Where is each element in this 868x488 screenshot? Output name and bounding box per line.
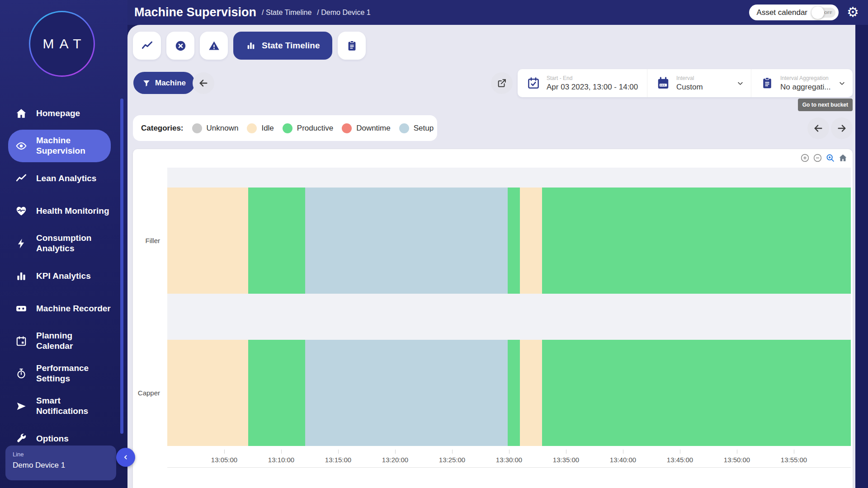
back-button[interactable] [193, 72, 214, 94]
sidebar-item-kpi-analytics[interactable]: KPI Analytics [8, 260, 111, 292]
tab-warning[interactable] [200, 32, 228, 60]
breadcrumb-state-timeline[interactable]: / State Timeline [262, 9, 311, 17]
open-external-button[interactable] [491, 72, 513, 94]
tab-state-timeline[interactable]: State Timeline [233, 32, 332, 60]
reset-home-icon[interactable] [838, 153, 848, 163]
area-zoom-icon[interactable] [826, 153, 835, 163]
bolt-icon [15, 238, 27, 249]
machine-filter-button[interactable]: Machine [133, 72, 195, 94]
segment-capper-productive[interactable] [248, 340, 305, 446]
segment-capper-productive[interactable] [508, 340, 519, 446]
sidebar-item-label: Homepage [36, 108, 80, 119]
next-bucket-button[interactable] [831, 117, 853, 139]
device-name: Demo Device 1 [13, 461, 109, 470]
segment-filler-productive[interactable] [248, 188, 305, 294]
sidebar-item-label: Smart Notifications [36, 396, 88, 417]
sidebar-item-homepage[interactable]: Homepage [8, 97, 111, 130]
legend-item-idle: Idle [247, 123, 274, 133]
gear-icon[interactable]: ⚙ [847, 4, 859, 21]
state-timeline-chart: Filler Capper 13:05:0013:10:0013:15:0013… [133, 149, 853, 488]
funnel-icon [142, 79, 151, 87]
view-tabs: State Timeline [133, 32, 366, 60]
arrow-left-icon [813, 123, 823, 133]
toggle-state-text: OFF [824, 10, 832, 15]
sidebar-item-label: Machine Recorder [36, 304, 111, 314]
selected-device-card[interactable]: Line Demo Device 1 [5, 446, 116, 480]
tab-trend[interactable] [133, 32, 161, 60]
zoom-in-icon[interactable] [800, 153, 810, 163]
start-end-value: Apr 03 2023, 13:00 - 14:00 [547, 83, 638, 92]
segment-capper-idle[interactable] [167, 340, 248, 446]
segment-filler-idle[interactable] [167, 188, 248, 294]
arrow-right-icon [837, 123, 847, 133]
app-logo-text: MAT [37, 36, 86, 52]
legend-dot [283, 123, 292, 133]
row-label-filler: Filler [133, 188, 164, 294]
chevron-down-icon[interactable] [839, 80, 845, 87]
segment-capper-productive[interactable] [542, 340, 851, 446]
previous-bucket-button[interactable] [807, 117, 829, 139]
sidebar-item-label: Lean Analytics [36, 174, 96, 184]
zoom-out-icon[interactable] [813, 153, 822, 163]
timeline-row-capper [167, 340, 851, 446]
legend-label: Downtime [356, 124, 391, 133]
tab-label: State Timeline [262, 41, 320, 51]
asset-calendar-label: Asset calendar [757, 8, 807, 17]
sidebar-item-label: Performance Settings [36, 363, 89, 384]
trend-icon [141, 40, 153, 52]
aggregation-value: No aggregati... [780, 83, 831, 92]
bars-icon [15, 270, 27, 282]
legend-dot [399, 123, 409, 133]
calendar-icon [656, 76, 670, 90]
sidebar-item-lean-analytics[interactable]: Lean Analytics [8, 162, 111, 195]
legend-label: Unknown [207, 124, 239, 133]
sidebar-item-smart-notifications[interactable]: Smart Notifications [8, 390, 111, 422]
arrow-left-icon [198, 78, 208, 88]
wrench-icon [15, 433, 27, 445]
legend-dot [247, 123, 257, 133]
tab-x-circle[interactable] [166, 32, 194, 60]
asset-calendar-toggle-pill[interactable]: Asset calendar OFF [749, 5, 839, 20]
segment-capper-idle[interactable] [520, 340, 542, 446]
sidebar-item-label: Consumption Analytics [36, 233, 91, 254]
main-content: State Timeline Machine Start - End Apr 0… [127, 25, 855, 488]
warning-icon [208, 40, 220, 52]
legend-item-setup: Setup [399, 123, 434, 133]
calendar-icon [15, 335, 27, 347]
legend-label: Productive [297, 124, 333, 133]
aggregation-select[interactable]: Interval Aggregation No aggregati... [751, 69, 853, 97]
interval-select[interactable]: Interval Custom [647, 69, 751, 97]
chevron-down-icon[interactable] [737, 80, 744, 87]
sidebar-item-planning-calendar[interactable]: Planning Calendar [8, 325, 111, 357]
segment-capper-setup[interactable] [305, 340, 508, 446]
segment-filler-setup[interactable] [305, 188, 508, 294]
sidebar-item-machine-recorder[interactable]: Machine Recorder [8, 292, 111, 325]
segment-filler-productive[interactable] [508, 188, 519, 294]
sidebar-item-performance-settings[interactable]: Performance Settings [8, 357, 111, 390]
time-controls-panel: Start - End Apr 03 2023, 13:00 - 14:00 I… [518, 69, 853, 97]
cassette-icon [15, 303, 27, 314]
report-icon [346, 40, 358, 52]
top-header: Machine Supervision / State Timeline / D… [127, 0, 868, 25]
sidebar-item-label: Machine Supervision [36, 136, 85, 156]
segment-filler-idle[interactable] [520, 188, 542, 294]
sidebar-scrollbar[interactable] [120, 99, 123, 434]
sidebar-collapse-button[interactable] [116, 448, 135, 467]
legend-label: Idle [261, 124, 274, 133]
start-end-picker[interactable]: Start - End Apr 03 2023, 13:00 - 14:00 [518, 69, 647, 97]
send-icon [15, 400, 27, 412]
row-label-capper: Capper [133, 340, 164, 446]
sidebar-item-machine-supervision[interactable]: Machine Supervision [8, 130, 111, 162]
tab-report[interactable] [338, 32, 366, 60]
toggle-knob[interactable] [811, 6, 824, 19]
asset-calendar-toggle[interactable]: OFF [813, 8, 835, 18]
breadcrumb-device[interactable]: / Demo Device 1 [317, 9, 370, 17]
sidebar-nav: HomepageMachine SupervisionLean Analytic… [0, 97, 127, 455]
app-logo[interactable]: MAT [29, 11, 95, 77]
bars-icon [246, 41, 256, 51]
sidebar-item-consumption-analytics[interactable]: Consumption Analytics [8, 227, 111, 260]
legend-dot [342, 123, 352, 133]
segment-filler-productive[interactable] [542, 188, 851, 294]
clipboard-icon [760, 76, 774, 90]
sidebar-item-health-monitoring[interactable]: Health Monitoring [8, 195, 111, 227]
